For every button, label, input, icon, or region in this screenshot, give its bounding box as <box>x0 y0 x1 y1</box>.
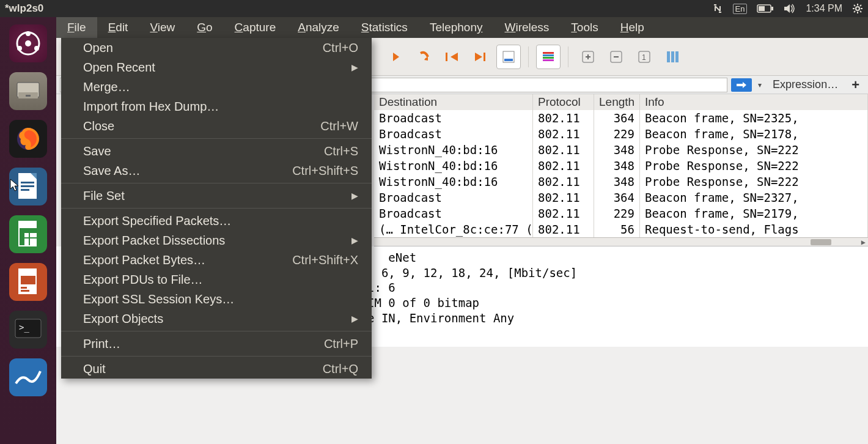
network-icon[interactable] <box>712 3 723 14</box>
menu-item-save[interactable]: SaveCtrl+S <box>61 141 372 161</box>
go-down-icon[interactable] <box>412 45 436 69</box>
window-title: *wlp2s0 <box>5 2 712 15</box>
clock[interactable]: 1:34 PM <box>806 3 842 14</box>
menu-wireless[interactable]: Wireless <box>494 17 561 38</box>
menu-statistics[interactable]: Statistics <box>350 17 419 38</box>
svg-rect-43 <box>675 51 679 62</box>
menu-item-export-packet-dissections[interactable]: Export Packet Dissections▶ <box>61 231 372 250</box>
packet-list[interactable]: Destination Protocol Length Info Broadca… <box>374 94 868 246</box>
colorize-icon[interactable] <box>536 45 561 69</box>
svg-point-5 <box>25 40 31 46</box>
svg-rect-15 <box>21 182 34 183</box>
add-filter-button[interactable]: + <box>847 77 864 93</box>
svg-rect-17 <box>21 189 29 191</box>
svg-rect-24 <box>21 276 35 284</box>
resize-columns-icon[interactable] <box>660 45 685 69</box>
svg-rect-30 <box>484 53 485 61</box>
table-row[interactable]: Broadcast802.11229Beacon frame, SN=2178, <box>374 126 868 142</box>
menu-item-export-packet-bytes[interactable]: Export Packet Bytes…Ctrl+Shift+X <box>61 250 372 270</box>
go-next-icon[interactable] <box>384 45 408 69</box>
svg-rect-2 <box>771 7 773 10</box>
launcher-dash[interactable] <box>9 24 47 62</box>
zoom-reset-icon[interactable]: 1 <box>632 45 657 69</box>
table-row[interactable]: Broadcast802.11364Beacon frame, SN=2327, <box>374 190 868 205</box>
svg-rect-36 <box>543 59 554 61</box>
go-last-icon[interactable] <box>468 45 493 69</box>
menu-item-print[interactable]: Print…Ctrl+P <box>61 334 372 353</box>
table-row[interactable]: Broadcast802.11364Beacon frame, SN=2325, <box>374 110 868 126</box>
svg-rect-34 <box>543 54 554 56</box>
svg-rect-1 <box>759 6 765 11</box>
battery-icon[interactable] <box>757 4 774 13</box>
menu-tools[interactable]: Tools <box>560 17 609 38</box>
svg-point-6 <box>26 31 31 36</box>
top-panel: *wlp2s0 En 1:34 PM <box>0 0 868 17</box>
menu-item-export-ssl-session-keys[interactable]: Export SSL Session Keys… <box>61 289 372 309</box>
menu-bar: File Edit View Go Capture Analyze Statis… <box>56 17 868 38</box>
menu-view[interactable]: View <box>139 17 186 38</box>
menu-item-merge[interactable]: Merge… <box>61 77 372 97</box>
svg-rect-33 <box>543 52 554 54</box>
menu-help[interactable]: Help <box>609 17 655 38</box>
svg-rect-41 <box>667 51 670 62</box>
table-row[interactable]: (… IntelCor_8c:ce:77 (…802.1156Request-t… <box>374 221 868 237</box>
unity-launcher: >_ <box>0 17 56 444</box>
menu-telephony[interactable]: Telephony <box>419 17 494 38</box>
menu-item-export-objects[interactable]: Export Objects▶ <box>61 309 372 328</box>
menu-item-quit[interactable]: QuitCtrl+Q <box>61 359 372 379</box>
file-menu-dropdown: OpenCtrl+OOpen Recent▶Merge…Import from … <box>61 38 372 379</box>
keyboard-indicator[interactable]: En <box>733 4 748 14</box>
col-length[interactable]: Length <box>594 94 640 110</box>
menu-file[interactable]: File <box>56 17 97 38</box>
menu-item-export-pdus-to-file[interactable]: Export PDUs to File… <box>61 270 372 289</box>
menu-item-close[interactable]: CloseCtrl+W <box>61 116 372 136</box>
table-row[interactable]: WistronN_40:bd:16802.11348Probe Response… <box>374 142 868 158</box>
col-destination[interactable]: Destination <box>374 94 533 110</box>
launcher-wireshark[interactable] <box>9 358 47 396</box>
autoscroll-icon[interactable] <box>496 45 521 69</box>
menu-item-export-specified-packets[interactable]: Export Specified Packets… <box>61 211 372 231</box>
mouse-cursor <box>10 179 21 192</box>
svg-rect-26 <box>21 290 29 292</box>
zoom-out-icon[interactable] <box>604 45 628 69</box>
menu-edit[interactable]: Edit <box>97 17 139 38</box>
menu-capture[interactable]: Capture <box>224 17 287 38</box>
menu-item-open-recent[interactable]: Open Recent▶ <box>61 57 372 77</box>
svg-rect-32 <box>504 59 513 61</box>
volume-icon[interactable] <box>784 4 796 13</box>
menu-item-file-set[interactable]: File Set▶ <box>61 186 372 205</box>
launcher-files[interactable] <box>9 72 47 110</box>
expression-button[interactable]: Expression… <box>768 78 843 91</box>
launcher-calc[interactable] <box>9 215 47 253</box>
svg-text:>_: >_ <box>19 322 29 333</box>
col-protocol[interactable]: Protocol <box>533 94 594 110</box>
table-row[interactable]: Broadcast802.11229Beacon frame, SN=2179, <box>374 205 868 221</box>
launcher-impress[interactable] <box>9 263 47 301</box>
menu-go[interactable]: Go <box>186 17 223 38</box>
svg-rect-11 <box>26 95 31 97</box>
svg-text:1: 1 <box>642 53 646 62</box>
menu-item-import-from-hex-dump[interactable]: Import from Hex Dump… <box>61 97 372 116</box>
launcher-terminal[interactable]: >_ <box>9 311 47 349</box>
svg-point-8 <box>34 46 39 51</box>
gear-icon[interactable] <box>852 3 863 14</box>
apply-filter-button[interactable] <box>731 78 752 92</box>
launcher-firefox[interactable] <box>9 120 47 158</box>
go-first-icon[interactable] <box>440 45 465 69</box>
table-row[interactable]: WistronN_40:bd:16802.11348Probe Response… <box>374 158 868 174</box>
zoom-in-icon[interactable] <box>576 45 600 69</box>
svg-rect-29 <box>446 53 447 61</box>
svg-rect-25 <box>21 287 27 289</box>
system-tray: En 1:34 PM <box>712 3 864 14</box>
table-row[interactable]: WistronN_40:bd:16802.11348Probe Response… <box>374 174 868 190</box>
horizontal-scrollbar[interactable]: ▶ <box>374 237 868 246</box>
svg-point-3 <box>856 7 859 10</box>
packet-list-header: Destination Protocol Length Info <box>374 94 868 110</box>
svg-rect-35 <box>543 57 554 59</box>
menu-analyze[interactable]: Analyze <box>287 17 350 38</box>
col-info[interactable]: Info <box>640 94 868 110</box>
menu-item-save-as[interactable]: Save As…Ctrl+Shift+S <box>61 161 372 180</box>
filter-dropdown-icon[interactable]: ▾ <box>756 81 764 89</box>
svg-point-7 <box>17 46 22 51</box>
menu-item-open[interactable]: OpenCtrl+O <box>61 38 372 57</box>
